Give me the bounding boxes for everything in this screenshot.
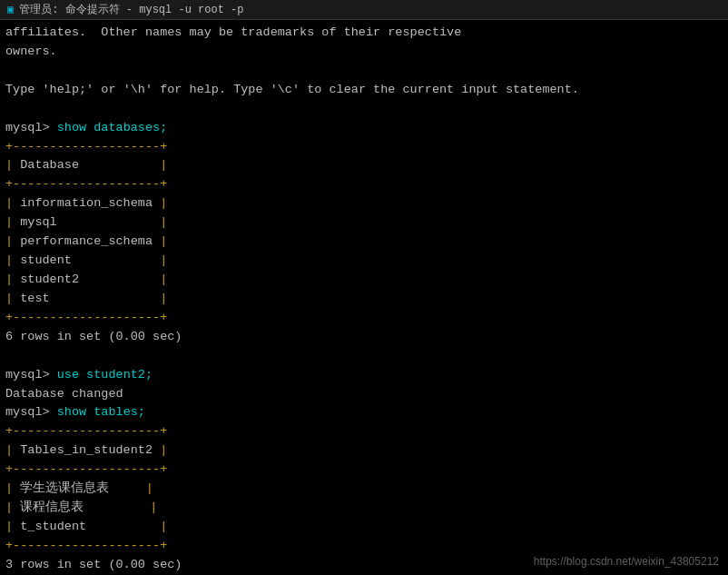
- line-db-test: | test |: [5, 290, 723, 309]
- line-table-top-1: +--------------------+: [5, 138, 723, 157]
- line-show-databases: mysql> show databases;: [5, 119, 723, 138]
- line-table-bottom-1: +--------------------+: [5, 309, 723, 328]
- line-db-perf-schema: | performance_schema |: [5, 233, 723, 252]
- line-help: Type 'help;' or '\h' for help. Type '\c'…: [5, 81, 723, 100]
- terminal-body: affiliates. Other names may be trademark…: [0, 20, 728, 575]
- line-db-student2: | student2 |: [5, 271, 723, 290]
- line-table-sep-2: +--------------------+: [5, 461, 723, 480]
- line-db-student: | student |: [5, 252, 723, 271]
- line-table-bottom-2: +--------------------+: [5, 537, 723, 556]
- title-bar-icon: ▣: [7, 3, 14, 16]
- line-blank-1: [5, 62, 723, 81]
- title-bar: ▣ 管理员: 命令提示符 - mysql -u root -p: [0, 0, 728, 20]
- line-owners: owners.: [5, 43, 723, 62]
- line-db-mysql: | mysql |: [5, 213, 723, 233]
- line-db-changed: Database changed: [5, 385, 723, 404]
- line-table-row-cn-2: | 课程信息表 |: [5, 499, 723, 518]
- line-table-row-cn-3: | t_student |: [5, 518, 723, 537]
- title-bar-label: 管理员: 命令提示符 - mysql -u root -p: [19, 2, 243, 17]
- line-table-header-1: | Database |: [5, 156, 723, 175]
- line-show-tables: mysql> show tables;: [5, 403, 723, 422]
- line-result-1: 6 rows in set (0.00 sec): [5, 328, 723, 347]
- line-affiliates: affiliates. Other names may be trademark…: [5, 24, 723, 43]
- line-table-sep-1: +--------------------+: [5, 175, 723, 194]
- line-table-row-cn-1: | 学生选课信息表 |: [5, 480, 723, 499]
- line-db-info-schema: | information_schema |: [5, 194, 723, 213]
- line-table-header-2: | Tables_in_student2 |: [5, 441, 723, 461]
- line-use-student2: mysql> use student2;: [5, 366, 723, 385]
- line-blank-3: [5, 347, 723, 366]
- watermark: https://blog.csdn.net/weixin_43805212: [534, 555, 719, 568]
- line-blank-2: [5, 100, 723, 119]
- line-table-top-2: +--------------------+: [5, 422, 723, 441]
